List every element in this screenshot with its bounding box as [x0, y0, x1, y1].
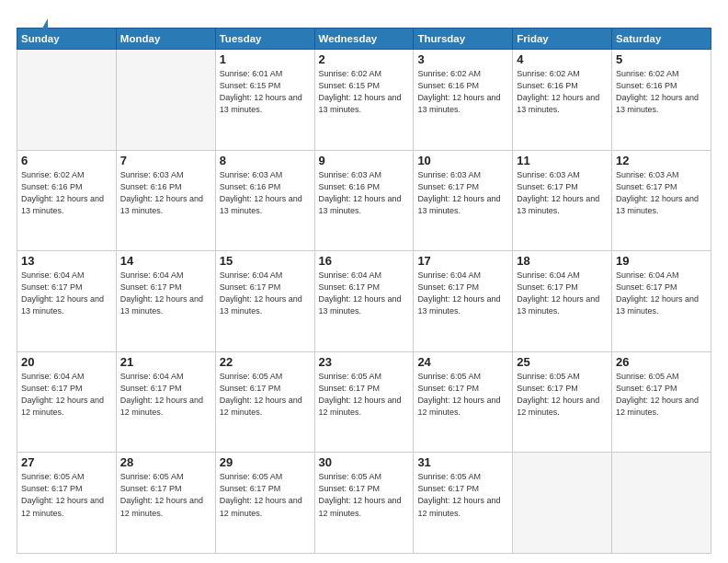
calendar-cell: 31Sunrise: 6:05 AMSunset: 6:17 PMDayligh… [414, 453, 513, 554]
calendar-cell: 15Sunrise: 6:04 AMSunset: 6:17 PMDayligh… [215, 251, 314, 352]
day-info: Sunrise: 6:02 AMSunset: 6:16 PMDaylight:… [517, 68, 608, 116]
day-info: Sunrise: 6:05 AMSunset: 6:17 PMDaylight:… [319, 471, 410, 519]
calendar-week-2: 6Sunrise: 6:02 AMSunset: 6:16 PMDaylight… [17, 150, 711, 251]
calendar-week-3: 13Sunrise: 6:04 AMSunset: 6:17 PMDayligh… [17, 251, 711, 352]
day-info: Sunrise: 6:02 AMSunset: 6:15 PMDaylight:… [319, 68, 410, 116]
calendar-cell [612, 453, 711, 554]
day-info: Sunrise: 6:05 AMSunset: 6:17 PMDaylight:… [120, 471, 211, 519]
day-number: 4 [517, 52, 608, 66]
day-number: 17 [417, 254, 508, 268]
calendar-cell: 24Sunrise: 6:05 AMSunset: 6:17 PMDayligh… [414, 351, 513, 453]
logo-icon [39, 18, 48, 35]
day-info: Sunrise: 6:04 AMSunset: 6:17 PMDaylight:… [21, 270, 112, 317]
header [17, 17, 711, 18]
calendar-cell: 23Sunrise: 6:05 AMSunset: 6:17 PMDayligh… [314, 351, 414, 453]
day-number: 14 [120, 254, 211, 268]
calendar-cell [17, 50, 117, 151]
calendar-cell: 20Sunrise: 6:04 AMSunset: 6:17 PMDayligh… [17, 351, 117, 453]
day-info: Sunrise: 6:05 AMSunset: 6:17 PMDaylight:… [220, 371, 311, 419]
calendar-week-4: 20Sunrise: 6:04 AMSunset: 6:17 PMDayligh… [17, 351, 711, 453]
calendar-cell: 25Sunrise: 6:05 AMSunset: 6:17 PMDayligh… [513, 351, 612, 453]
calendar-cell: 6Sunrise: 6:02 AMSunset: 6:16 PMDaylight… [17, 150, 117, 251]
day-info: Sunrise: 6:04 AMSunset: 6:17 PMDaylight:… [220, 270, 311, 317]
calendar-cell: 11Sunrise: 6:03 AMSunset: 6:17 PMDayligh… [513, 150, 612, 251]
day-number: 18 [517, 254, 608, 268]
day-info: Sunrise: 6:04 AMSunset: 6:17 PMDaylight:… [417, 270, 508, 317]
day-number: 12 [616, 154, 707, 167]
calendar-cell: 16Sunrise: 6:04 AMSunset: 6:17 PMDayligh… [314, 251, 414, 352]
day-info: Sunrise: 6:05 AMSunset: 6:17 PMDaylight:… [319, 371, 410, 419]
day-info: Sunrise: 6:04 AMSunset: 6:17 PMDaylight:… [319, 270, 410, 317]
day-number: 21 [120, 355, 211, 369]
calendar-cell: 14Sunrise: 6:04 AMSunset: 6:17 PMDayligh… [116, 251, 215, 352]
day-info: Sunrise: 6:04 AMSunset: 6:17 PMDaylight:… [21, 371, 112, 419]
calendar-cell: 8Sunrise: 6:03 AMSunset: 6:16 PMDaylight… [215, 150, 314, 251]
day-number: 27 [21, 455, 112, 469]
day-number: 10 [417, 154, 508, 167]
day-number: 13 [21, 254, 112, 268]
day-number: 19 [616, 254, 707, 268]
day-number: 26 [616, 355, 707, 369]
day-info: Sunrise: 6:03 AMSunset: 6:17 PMDaylight:… [417, 169, 508, 217]
calendar-cell: 18Sunrise: 6:04 AMSunset: 6:17 PMDayligh… [513, 251, 612, 352]
day-info: Sunrise: 6:03 AMSunset: 6:17 PMDaylight:… [517, 169, 608, 217]
calendar-header-sunday: Sunday [17, 29, 117, 50]
calendar-cell: 10Sunrise: 6:03 AMSunset: 6:17 PMDayligh… [414, 150, 513, 251]
calendar-cell: 22Sunrise: 6:05 AMSunset: 6:17 PMDayligh… [215, 351, 314, 453]
calendar-header-wednesday: Wednesday [314, 29, 414, 50]
day-info: Sunrise: 6:04 AMSunset: 6:17 PMDaylight:… [120, 371, 211, 419]
calendar-cell: 28Sunrise: 6:05 AMSunset: 6:17 PMDayligh… [116, 453, 215, 554]
day-number: 8 [220, 154, 311, 167]
day-number: 9 [319, 154, 410, 167]
calendar-header-monday: Monday [116, 29, 215, 50]
day-info: Sunrise: 6:05 AMSunset: 6:17 PMDaylight:… [21, 471, 112, 519]
calendar-header-tuesday: Tuesday [215, 29, 314, 50]
day-number: 28 [120, 455, 211, 469]
calendar-cell: 30Sunrise: 6:05 AMSunset: 6:17 PMDayligh… [314, 453, 414, 554]
day-number: 16 [319, 254, 410, 268]
calendar-cell: 17Sunrise: 6:04 AMSunset: 6:17 PMDayligh… [414, 251, 513, 352]
day-info: Sunrise: 6:05 AMSunset: 6:17 PMDaylight:… [417, 371, 508, 419]
day-number: 6 [21, 154, 112, 167]
calendar-cell: 29Sunrise: 6:05 AMSunset: 6:17 PMDayligh… [215, 453, 314, 554]
day-info: Sunrise: 6:02 AMSunset: 6:16 PMDaylight:… [616, 68, 707, 116]
day-number: 25 [517, 355, 608, 369]
day-number: 15 [220, 254, 311, 268]
calendar-cell: 3Sunrise: 6:02 AMSunset: 6:16 PMDaylight… [414, 50, 513, 151]
day-number: 22 [220, 355, 311, 369]
calendar-table: SundayMondayTuesdayWednesdayThursdayFrid… [17, 28, 711, 554]
calendar-cell: 2Sunrise: 6:02 AMSunset: 6:15 PMDaylight… [314, 50, 414, 151]
day-info: Sunrise: 6:04 AMSunset: 6:17 PMDaylight:… [517, 270, 608, 317]
day-number: 31 [417, 455, 508, 469]
day-number: 5 [616, 52, 707, 66]
calendar-header-row: SundayMondayTuesdayWednesdayThursdayFrid… [17, 29, 711, 50]
day-info: Sunrise: 6:03 AMSunset: 6:16 PMDaylight:… [120, 169, 211, 217]
day-number: 23 [319, 355, 410, 369]
calendar-week-5: 27Sunrise: 6:05 AMSunset: 6:17 PMDayligh… [17, 453, 711, 554]
calendar-cell: 12Sunrise: 6:03 AMSunset: 6:17 PMDayligh… [612, 150, 711, 251]
day-number: 3 [417, 52, 508, 66]
day-number: 1 [220, 52, 311, 66]
calendar-cell: 5Sunrise: 6:02 AMSunset: 6:16 PMDaylight… [612, 50, 711, 151]
calendar-cell: 26Sunrise: 6:05 AMSunset: 6:17 PMDayligh… [612, 351, 711, 453]
calendar-cell: 1Sunrise: 6:01 AMSunset: 6:15 PMDaylight… [215, 50, 314, 151]
day-info: Sunrise: 6:03 AMSunset: 6:16 PMDaylight:… [319, 169, 410, 217]
calendar-header-friday: Friday [513, 29, 612, 50]
day-info: Sunrise: 6:02 AMSunset: 6:16 PMDaylight:… [417, 68, 508, 116]
day-info: Sunrise: 6:05 AMSunset: 6:17 PMDaylight:… [517, 371, 608, 419]
calendar-cell [116, 50, 215, 151]
calendar-cell: 4Sunrise: 6:02 AMSunset: 6:16 PMDaylight… [513, 50, 612, 151]
calendar-cell: 13Sunrise: 6:04 AMSunset: 6:17 PMDayligh… [17, 251, 117, 352]
calendar-cell [513, 453, 612, 554]
day-number: 30 [319, 455, 410, 469]
day-info: Sunrise: 6:02 AMSunset: 6:16 PMDaylight:… [21, 169, 112, 217]
day-number: 11 [517, 154, 608, 167]
calendar-cell: 27Sunrise: 6:05 AMSunset: 6:17 PMDayligh… [17, 453, 117, 554]
day-number: 29 [220, 455, 311, 469]
calendar-cell: 7Sunrise: 6:03 AMSunset: 6:16 PMDaylight… [116, 150, 215, 251]
day-info: Sunrise: 6:04 AMSunset: 6:17 PMDaylight:… [120, 270, 211, 317]
day-info: Sunrise: 6:04 AMSunset: 6:17 PMDaylight:… [616, 270, 707, 317]
page: SundayMondayTuesdayWednesdayThursdayFrid… [0, 0, 728, 563]
day-number: 24 [417, 355, 508, 369]
calendar-cell: 9Sunrise: 6:03 AMSunset: 6:16 PMDaylight… [314, 150, 414, 251]
